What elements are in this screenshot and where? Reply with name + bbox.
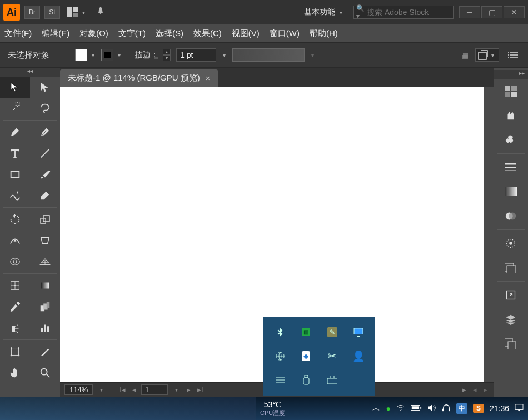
minimize-button[interactable]: ─ [459,6,480,18]
maximize-button[interactable]: ▢ [481,6,502,18]
brush-definition[interactable] [232,48,305,62]
gradient-tool[interactable] [30,275,60,296]
headphone-tray-icon[interactable] [442,404,451,413]
chevron-down-icon[interactable]: ▾ [223,52,226,58]
scroll-right2-button[interactable]: ▸ [482,386,489,394]
note-tray-icon[interactable]: ✎ [320,321,344,343]
scale-tool[interactable] [30,209,60,230]
bluetooth-tray-icon[interactable] [268,321,292,343]
toolbox-collapse[interactable]: ◂◂ [0,68,60,77]
scroll-left-button[interactable]: ◂ [471,386,479,394]
shaper-tool[interactable] [0,185,30,206]
stock-search-input[interactable] [367,8,464,17]
menu-window[interactable]: 窗口(W) [270,28,300,39]
swatches-panel-icon[interactable] [494,79,528,103]
export-panel-icon[interactable] [494,283,528,307]
paintbrush-tool[interactable] [30,164,60,185]
align-pixel-icon[interactable]: ▦ [461,51,469,59]
cpu-temp-widget[interactable]: 53℃ CPU温度 [256,400,290,417]
hand-tool[interactable] [0,362,30,383]
menu-help[interactable]: 帮助(H) [310,28,338,39]
ime-sogou-button[interactable]: S [473,404,484,413]
battery-tray-icon[interactable] [411,404,422,413]
stock-search[interactable]: 🔍▾ [353,6,454,19]
mesh-tool[interactable] [0,275,30,296]
sync-tray-icon[interactable]: ◆ [294,345,318,367]
usb-tray-icon[interactable] [294,369,318,391]
user-tray-icon[interactable]: 👤 [346,345,370,367]
column-graph-tool[interactable] [30,317,60,338]
slice-tool[interactable] [30,341,60,362]
gradient-panel-icon[interactable] [494,179,528,204]
zoom-tool[interactable] [30,362,60,383]
document-tab[interactable]: 未标题-1 @ 114% (RGB/GPU 预览) × [60,69,218,87]
graphic-styles-panel-icon[interactable] [494,256,528,280]
free-transform-tool[interactable] [30,230,60,251]
eyedropper-tool[interactable] [0,296,30,317]
artboard-number-field[interactable]: 1 [141,384,168,395]
blend-tool[interactable] [30,296,60,317]
chevron-down-icon[interactable]: ▾ [311,52,314,58]
direct-selection-tool[interactable] [30,77,60,98]
symbols-panel-icon[interactable] [494,128,528,152]
doc-setup-button[interactable]: ▾ [475,48,499,62]
monitor-tray-icon[interactable] [346,321,370,343]
artboards-panel-icon[interactable] [494,332,528,356]
symbol-sprayer-tool[interactable] [0,317,30,338]
taskbar-clock[interactable]: 21:36 [490,404,509,413]
fill-swatch[interactable]: ▾ [75,49,97,61]
stroke-stepper[interactable]: ▴ ▾ [163,49,171,61]
zoom-field[interactable]: 114% [64,384,93,395]
shape-builder-tool[interactable] [0,251,30,272]
type-tool[interactable] [0,143,30,164]
brushes-panel-icon[interactable] [494,103,528,128]
rotate-tool[interactable] [0,209,30,230]
panel-menu-icon[interactable] [506,49,520,61]
layers-panel-icon[interactable] [494,307,528,332]
stroke-panel-icon[interactable] [494,155,528,179]
menu-view[interactable]: 视图(V) [232,28,260,39]
eraser-tool[interactable] [30,185,60,206]
zoom-dropdown[interactable]: ▾ [98,387,104,393]
first-artboard-button[interactable]: I◂ [118,386,127,394]
magic-wand-tool[interactable] [0,98,30,119]
tray-overflow-icon[interactable]: ︿ [372,403,380,413]
stroke-weight-field[interactable]: 1 pt [176,48,216,62]
stock-button[interactable]: St [44,6,60,19]
arrange-docs-button[interactable]: ▾ [67,7,87,17]
globe-tray-icon[interactable] [268,345,292,367]
menu-effect[interactable]: 效果(C) [193,28,222,39]
menu-file[interactable]: 文件(F) [4,28,32,39]
tab-close-button[interactable]: × [206,74,210,83]
menu-edit[interactable]: 编辑(E) [42,28,69,39]
ime-language-button[interactable]: 中 [456,403,467,414]
last-artboard-button[interactable]: ▸I [196,386,205,394]
line-tool[interactable] [30,143,60,164]
rectangle-tool[interactable] [0,164,30,185]
pen-tool[interactable] [0,122,30,143]
action-center-icon[interactable] [515,404,524,413]
stroke-label[interactable]: 描边： [135,50,158,60]
scissors-tray-icon[interactable]: ✂ [320,345,344,367]
prev-artboard-button[interactable]: ◂ [131,386,138,394]
artboard-dropdown[interactable]: ▾ [173,387,180,393]
workspace-switcher[interactable]: 基本功能 ▾ [304,7,345,17]
appearance-panel-icon[interactable] [494,231,528,256]
volume-tray-icon[interactable] [427,404,436,413]
wechat-tray-icon[interactable]: ● [386,404,390,413]
lasso-tool[interactable] [30,98,60,119]
curvature-tool[interactable] [30,122,60,143]
gpu-rocket-icon[interactable] [95,6,106,19]
menu-select[interactable]: 选择(S) [156,28,183,39]
stroke-step-up[interactable]: ▴ [163,49,171,55]
bridge-button[interactable]: Br [24,6,40,19]
taskbar-apps-area[interactable] [0,397,256,420]
width-tool[interactable] [0,230,30,251]
transparency-panel-icon[interactable] [494,204,528,228]
keyboard-tray-icon[interactable] [320,369,344,391]
scroll-right-button[interactable]: ▸ [461,386,468,394]
next-artboard-button[interactable]: ▸ [185,386,192,394]
nvidia-tray-icon[interactable]: ▧ [294,321,318,343]
artboard-tool[interactable] [0,341,30,362]
selection-tool[interactable] [0,77,30,98]
